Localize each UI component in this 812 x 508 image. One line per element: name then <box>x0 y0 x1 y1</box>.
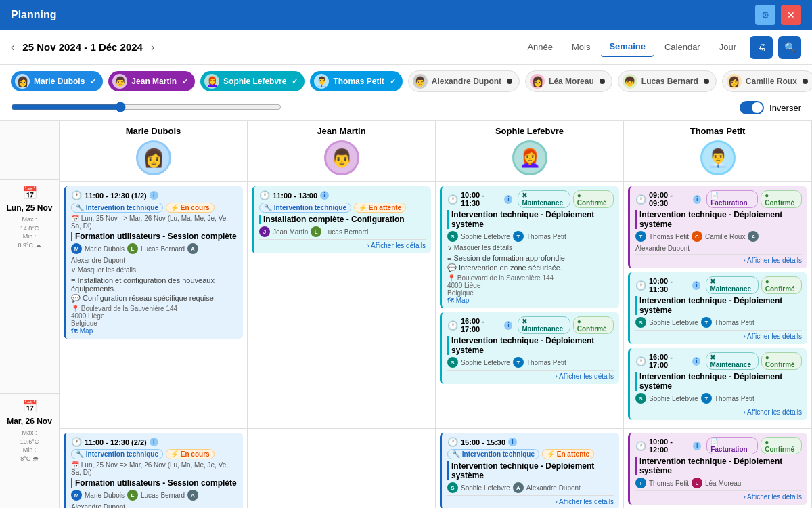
person-name-sm: Alexandre Dupont <box>71 257 125 264</box>
col-header-thomas: Thomas Petit 👨‍💼 <box>624 121 812 181</box>
mini-avatar: J <box>259 226 270 237</box>
slider-track[interactable] <box>11 102 281 114</box>
tag-enattente: ⚡ En attente <box>542 449 594 459</box>
col-name-sophie: Sophie Lefebvre <box>495 126 564 136</box>
person-name-sm: Sophie Lefebvre <box>461 359 510 366</box>
chip-thomas[interactable]: 👨‍💼 Thomas Petit ✓ <box>310 71 402 91</box>
hide-details-marie[interactable]: ∨ Masquer les détails <box>71 266 238 274</box>
show-details-sophie2[interactable]: › Afficher les détails <box>447 370 614 380</box>
person-name-sm: Thomas Petit <box>715 395 754 402</box>
event-subtitle: 📅 Lun, 25 Nov => Mar, 26 Nov (Lu, Ma, Me… <box>71 215 238 230</box>
info-icon: i <box>150 191 158 200</box>
show-details-thomas-mar1[interactable]: › Afficher les détails <box>635 490 802 501</box>
chip-alexandre[interactable]: 👨 Alexandre Dupont <box>408 70 520 92</box>
close-button[interactable]: ✕ <box>781 5 801 25</box>
inverser-switch[interactable] <box>740 101 764 114</box>
chip-sophie[interactable]: 👩‍🦰 Sophie Lefebvre ✓ <box>200 71 304 91</box>
toggle-knob <box>752 102 763 113</box>
settings-button[interactable]: ⚙ <box>755 5 775 25</box>
avatar-thomas: 👨‍💼 <box>314 74 329 89</box>
print-button[interactable]: 🖨 <box>750 36 773 59</box>
tag-maintenance3: ✖ Maintenance <box>706 352 758 370</box>
mini-avatar: A <box>748 231 759 242</box>
event-title: Intervention technique - Déploiement sys… <box>635 210 802 229</box>
next-button[interactable]: › <box>151 41 154 54</box>
event-desc1: ≡ Session de formation approfondie. <box>447 254 614 262</box>
prev-button[interactable]: ‹ <box>11 41 14 54</box>
map-link[interactable]: 🗺 Map <box>447 297 614 304</box>
person-name-sm: Thomas Petit <box>715 319 754 326</box>
chip-label-thomas: Thomas Petit <box>333 77 384 86</box>
zoom-slider[interactable] <box>11 102 281 112</box>
event-thomas-lundi-3: 🕐 16:00 - 17:00 i ✖ Maintenance ● Confir… <box>628 348 807 420</box>
event-time: 🕐 11:00 - 12:30 (1/2) i <box>71 190 238 200</box>
tab-mois[interactable]: Mois <box>564 38 598 56</box>
chip-marie[interactable]: 👩 Marie Dubois ✓ <box>11 71 103 91</box>
chip-label-camille: Camille Roux <box>746 77 797 86</box>
mini-avatar: A <box>187 243 198 254</box>
info-icon: i <box>150 438 158 446</box>
row-lundi: 🕐 11:00 - 12:30 (1/2) i 🔧 Intervention t… <box>60 182 812 429</box>
chip-label-alexandre: Alexandre Dupont <box>432 77 501 86</box>
info-icon: i <box>504 321 512 330</box>
event-title: Intervention technique - Déploiement sys… <box>635 457 802 475</box>
day-1-icon: 📅 <box>22 186 37 200</box>
mini-avatar: T <box>701 393 712 404</box>
person-name-sm: Camille Roux <box>705 233 745 240</box>
person-name-sm: Léa Moreau <box>705 480 741 487</box>
map-link[interactable]: 🗺 Map <box>71 327 238 335</box>
chip-lea[interactable]: 👩 Léa Moreau <box>525 70 612 92</box>
chip-check-sophie: ✓ <box>292 77 298 86</box>
show-details-thomas3[interactable]: › Afficher les détails <box>635 406 802 416</box>
thomas-mardi: 🕐 10:00 - 12:00 i 📄 Facturation ● Confir… <box>624 429 812 508</box>
person-name-sm: Thomas Petit <box>649 233 689 240</box>
tab-annee[interactable]: Année <box>519 38 561 56</box>
search-button[interactable]: 🔍 <box>778 36 801 59</box>
left-dates: 📅 Lun, 25 Nov Max :14.8°CMin :8.9°C ☁ 📅 … <box>0 121 60 508</box>
event-desc2: 💬 Intervention en zone sécurisée. <box>447 263 614 272</box>
col-avatar-thomas: 👨‍💼 <box>700 140 736 175</box>
tab-semaine[interactable]: Semaine <box>601 37 653 57</box>
header-actions: ⚙ ✕ <box>755 5 801 25</box>
event-time: 🕐 10:00 - 11:30 i ✖ Maintenance ● Confir… <box>635 276 802 294</box>
chip-lucas[interactable]: 👦 Lucas Bernard <box>618 70 717 92</box>
col-name-thomas: Thomas Petit <box>690 126 746 136</box>
show-details-thomas2[interactable]: › Afficher les détails <box>635 330 802 340</box>
tag-intervention: 🔧 Intervention technique <box>71 449 163 459</box>
person-name-sm: Lucas Bernard <box>141 492 185 499</box>
chip-label-marie: Marie Dubois <box>34 77 85 86</box>
event-tags: 🔧 Intervention technique ⚡ En attente <box>447 449 614 459</box>
event-time: 🕐 16:00 - 17:00 i ✖ Maintenance ● Confir… <box>447 316 614 334</box>
mini-avatar: A <box>513 482 524 493</box>
tab-calendar[interactable]: Calendar <box>656 38 708 56</box>
info-icon: i <box>504 195 512 204</box>
app-title: Planning <box>11 9 57 21</box>
sophie-mardi: 🕐 15:00 - 15:30 i 🔧 Intervention techniq… <box>436 429 624 508</box>
event-time: 🕐 11:00 - 13:00 i <box>259 190 426 200</box>
event-tags: 🔧 Intervention technique ⚡ En cours <box>71 203 238 213</box>
chip-jean[interactable]: 👨 Jean Martin ✓ <box>108 71 195 91</box>
tag-intervention: 🔧 Intervention technique <box>447 449 539 459</box>
mini-avatar: S <box>447 231 458 242</box>
tag-intervention: 🔧 Intervention technique <box>259 203 351 213</box>
event-time-text: 11:00 - 12:30 (1/2) <box>85 192 147 200</box>
nav-left: ‹ 25 Nov 2024 - 1 Déc 2024 › <box>11 41 154 54</box>
chip-label-jean: Jean Martin <box>131 77 177 86</box>
inverser-label: Inverser <box>769 103 801 113</box>
event-sophie-lundi-1: 🕐 10:00 - 11:30 i ✖ Maintenance ● Confir… <box>440 186 619 308</box>
date-header-spacer <box>0 121 59 180</box>
show-details-jean[interactable]: › Afficher les détails <box>259 239 426 249</box>
chip-camille[interactable]: 👩 Camille Roux <box>722 70 812 92</box>
marie-mardi: 🕐 11:00 - 12:30 (2/2) i 🔧 Intervention t… <box>60 429 248 508</box>
day-1-sidebar: 📅 Lun, 25 Nov Max :14.8°CMin :8.9°C ☁ <box>0 180 60 394</box>
tab-jour[interactable]: Jour <box>711 38 744 56</box>
nav-bar: ‹ 25 Nov 2024 - 1 Déc 2024 › Année Mois … <box>0 30 812 65</box>
marie-lundi: 🕐 11:00 - 12:30 (1/2) i 🔧 Intervention t… <box>60 182 248 428</box>
event-time-text: 16:00 - 17:00 <box>649 353 690 369</box>
show-details-sophie-mar[interactable]: › Afficher les détails <box>447 495 614 505</box>
hide-details-sophie[interactable]: ∨ Masquer les détails <box>447 244 614 251</box>
show-details-thomas1[interactable]: › Afficher les détails <box>635 254 802 264</box>
event-title: Intervention technique - Déploiement sys… <box>447 461 614 480</box>
filter-bar: 👩 Marie Dubois ✓ 👨 Jean Martin ✓ 👩‍🦰 Sop… <box>0 65 812 98</box>
tag-encours: ⚡ En cours <box>166 203 215 213</box>
